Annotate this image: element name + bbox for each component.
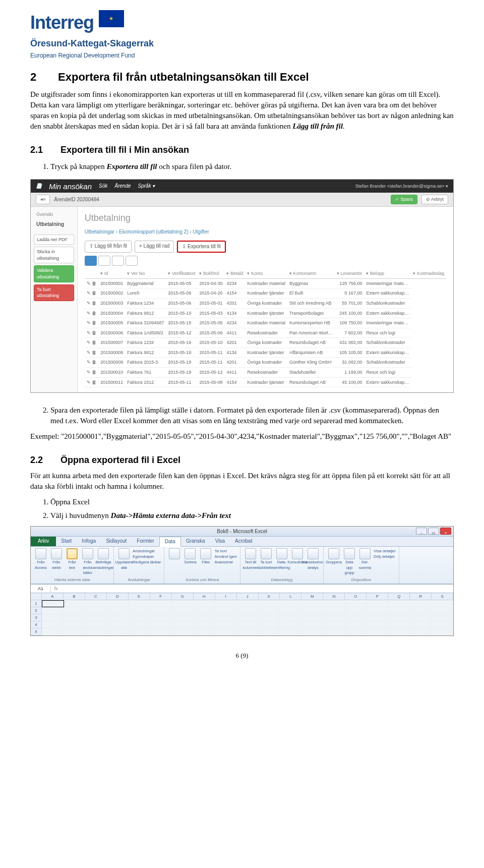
row-1[interactable]: 1 [31,600,41,607]
cell[interactable] [410,607,432,614]
cell[interactable] [388,600,410,607]
cell[interactable] [280,614,301,621]
cell[interactable] [42,600,64,607]
cell[interactable] [64,628,85,635]
cell[interactable] [432,621,453,628]
link-dolj[interactable]: Dölj detaljer [374,554,396,559]
cell[interactable] [280,600,302,607]
col-F[interactable]: F [150,593,172,600]
cell[interactable] [194,614,215,621]
col-M[interactable]: M [301,593,323,600]
cell[interactable] [194,607,215,614]
cell[interactable] [388,621,410,628]
sidebar-utbetalning[interactable]: Utbetalning [34,219,74,229]
cell[interactable] [64,621,85,628]
col-N[interactable]: N [323,593,345,600]
cell[interactable] [194,628,215,635]
cell[interactable] [86,600,107,607]
save-button[interactable]: ✓ Spara [391,195,417,204]
cell[interactable] [215,600,237,607]
cell[interactable] [388,614,410,621]
col-header[interactable]: ▾ Konto [245,269,287,278]
cell[interactable] [107,614,129,621]
table-row[interactable]: ✎ 🗑201500009Faktura 2015-32015-05-182015… [85,358,446,368]
col-header[interactable]: ▾ Bokförd [197,269,224,278]
cell[interactable] [259,600,280,607]
col-header[interactable]: ▾ Kostnadsslag [411,269,446,278]
cell[interactable] [410,614,432,621]
cell[interactable] [172,600,194,607]
sidebar-skicka[interactable]: Skicka in utbetalning [34,247,74,263]
table-row[interactable]: ✎ 🗑201500002Lunch2015-05-062015-04-20415… [85,288,446,299]
cell[interactable] [259,628,280,635]
btn-från text[interactable]: Från text [65,548,79,576]
col-Q[interactable]: Q [388,593,410,600]
cell[interactable] [129,600,151,607]
cell[interactable] [410,600,432,607]
btn-från access[interactable]: Från Access [34,548,48,576]
btn-filter[interactable]: Filter [199,548,213,565]
cell[interactable] [259,621,280,628]
btn-sortera[interactable]: Sortera [183,548,197,565]
cell[interactable] [172,628,194,635]
cell[interactable] [301,621,323,628]
cell[interactable] [107,607,129,614]
col-header[interactable]: ▾ Belopp [364,269,411,278]
col-header[interactable]: ▾ Leverantör [335,269,365,278]
col-header[interactable]: ▾ Verifikattext [166,269,197,278]
cell[interactable] [345,600,367,607]
cell[interactable] [107,621,129,628]
btn-tool[interactable]: Text till kolumner [244,548,258,570]
cell[interactable] [85,628,107,635]
table-row[interactable]: ✎ 🗑201500004Faktura 98122015-05-102015-0… [85,308,446,318]
fx-icon[interactable]: fx [51,586,61,592]
col-I[interactable]: I [215,593,237,600]
btn-befintliga anslutningar[interactable]: Befintliga anslutningar [96,548,110,576]
cell[interactable] [42,621,64,628]
cell[interactable] [259,614,280,621]
table-row[interactable]: ✎ 🗑201500007Faktura 12342015-05-162015-0… [85,338,446,348]
row-3[interactable]: 3 [31,614,41,621]
cell[interactable] [194,621,215,628]
link-anslutningar[interactable]: Anslutningar [133,548,161,554]
cell[interactable] [237,607,259,614]
tab-arende[interactable]: Ärende [114,183,131,190]
col-K[interactable]: K [259,593,280,600]
btn-från webb[interactable]: Från webb [49,548,64,576]
filter-icon-3[interactable] [112,256,124,266]
cell[interactable] [280,607,301,614]
tab-formler[interactable]: Formler [132,537,159,546]
col-J[interactable]: J [237,593,259,600]
tab-sprak[interactable]: Språk ▾ [138,183,155,190]
btn-tool[interactable]: Ta bort dubbletter [259,548,273,570]
col-B[interactable]: B [64,593,85,600]
cell[interactable] [215,614,237,621]
close-icon[interactable]: × [440,528,451,535]
cell[interactable] [280,621,301,628]
btn-lagg-rad[interactable]: + Lägg till rad [135,241,174,253]
link-egenskaper[interactable]: Egenskaper [133,554,161,559]
table-row[interactable]: ✎ 🗑201500008Faktura 98122015-05-182015-0… [85,348,446,358]
cell[interactable] [367,614,388,621]
cell[interactable] [388,607,410,614]
cell[interactable] [42,614,64,621]
sidebar-validera[interactable]: Validera utbetalning [34,265,74,282]
cell[interactable] [432,628,453,635]
col-header[interactable]: ▾ Id [98,269,125,278]
cell[interactable] [432,600,453,607]
cell[interactable] [302,600,324,607]
cell[interactable] [345,621,367,628]
tab-arkiv[interactable]: Arkiv [31,537,56,546]
cell[interactable] [150,607,172,614]
cell[interactable] [432,614,453,621]
sidebar-tabort[interactable]: Ta bort utbetalning [34,284,74,301]
col-S[interactable]: S [432,593,453,600]
cell[interactable] [323,628,345,635]
cell[interactable] [410,621,432,628]
cell[interactable] [85,614,107,621]
col-header[interactable]: ▾ Ver No [125,269,166,278]
cell[interactable] [42,607,64,614]
btn-exportera-till-fil[interactable]: ⇩ Exportera till fil [177,241,225,253]
col-D[interactable]: D [107,593,129,600]
cell[interactable] [323,607,345,614]
